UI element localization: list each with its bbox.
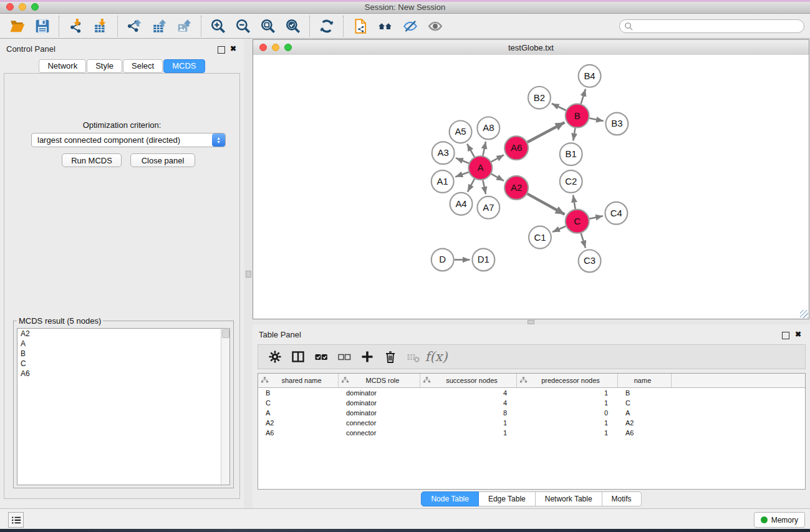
edge-A-A4[interactable] <box>468 179 475 192</box>
table-cell[interactable]: A2 <box>618 418 672 428</box>
tab-mcds[interactable]: MCDS <box>163 59 205 73</box>
hide-panel-eye-button[interactable] <box>398 16 423 37</box>
search-field[interactable] <box>619 19 804 33</box>
tab-motifs[interactable]: Motifs <box>602 491 642 506</box>
resize-grip-icon[interactable] <box>800 310 808 318</box>
memory-button[interactable]: Memory <box>754 512 805 528</box>
tab-network-table[interactable]: Network Table <box>536 491 602 506</box>
tab-node-table[interactable]: Node Table <box>421 491 479 506</box>
table-cell[interactable]: 0 <box>517 408 618 418</box>
column-header-predecessor-nodes[interactable]: predecessor nodes <box>517 374 618 387</box>
show-panel-eye-button[interactable] <box>423 16 448 37</box>
import-network-button[interactable] <box>64 16 89 37</box>
node-A1[interactable]: A1 <box>432 170 454 193</box>
node-B2[interactable]: B2 <box>528 87 551 109</box>
node-B3[interactable]: B3 <box>605 113 628 135</box>
node-C3[interactable]: C3 <box>579 250 601 273</box>
table-cell[interactable]: 1 <box>517 388 618 398</box>
split-view-button[interactable] <box>286 347 309 367</box>
select-all-button[interactable] <box>309 347 332 367</box>
edge-B-B4[interactable] <box>581 89 586 104</box>
add-column-button[interactable] <box>355 347 378 367</box>
float-panel-icon[interactable] <box>218 46 225 54</box>
edge-C-C4[interactable] <box>589 216 603 219</box>
result-item[interactable]: B <box>17 349 229 359</box>
node-D[interactable]: D <box>432 249 454 271</box>
refresh-layout-button[interactable] <box>314 16 339 37</box>
node-D1[interactable]: D1 <box>472 249 494 271</box>
column-header-successor-nodes[interactable]: successor nodes <box>420 374 517 387</box>
network-canvas[interactable]: A B C A2 A6 A1 A3 A4 A5 A7 A8 B1 B2 B3 B… <box>253 55 809 319</box>
network-window-titlebar[interactable]: testGlobe.txt <box>253 40 809 56</box>
close-panel-button[interactable]: Close panel <box>130 153 195 167</box>
export-network-button[interactable] <box>122 16 147 37</box>
edge-C-C3[interactable] <box>581 233 586 248</box>
node-A2[interactable]: A2 <box>504 176 528 200</box>
table-cell[interactable]: A6 <box>258 428 339 438</box>
open-session-button[interactable] <box>5 16 30 37</box>
zoom-fit-button[interactable] <box>256 16 281 37</box>
import-table-button[interactable] <box>89 16 113 37</box>
node-C2[interactable]: C2 <box>560 170 582 193</box>
node-A[interactable]: A <box>468 156 492 180</box>
table-cell[interactable]: 1 <box>517 398 618 408</box>
edge-A-A6[interactable] <box>491 155 504 162</box>
node-C1[interactable]: C1 <box>529 226 551 249</box>
criterion-dropdown[interactable]: largest connected component (directed) ▲… <box>31 133 226 147</box>
table-cell[interactable]: 1 <box>517 428 618 438</box>
tab-select[interactable]: Select <box>123 59 163 73</box>
table-cell[interactable]: 1 <box>517 418 618 428</box>
table-cell[interactable]: 8 <box>420 408 517 418</box>
table-cell[interactable]: A <box>258 408 339 418</box>
table-cell[interactable]: connector <box>339 418 420 428</box>
node-B[interactable]: B <box>566 104 589 128</box>
save-session-button[interactable] <box>30 16 55 37</box>
search-input[interactable] <box>634 20 804 32</box>
table-cell[interactable]: 1 <box>420 418 517 428</box>
node-A7[interactable]: A7 <box>477 196 499 219</box>
edge-B-B2[interactable] <box>552 104 566 110</box>
result-item[interactable]: C <box>17 359 229 369</box>
table-cell[interactable]: B <box>258 388 339 398</box>
edge-B-B1[interactable] <box>573 128 575 141</box>
result-scrollbar[interactable] <box>221 329 229 485</box>
zoom-out-button[interactable] <box>231 16 256 37</box>
node-B1[interactable]: B1 <box>560 143 582 165</box>
node-A8[interactable]: A8 <box>477 117 499 140</box>
result-item[interactable]: A6 <box>17 369 229 379</box>
edge-A-A1[interactable] <box>455 172 468 177</box>
table-row[interactable]: A2connector11A2 <box>258 418 805 428</box>
edge-C-C2[interactable] <box>573 195 575 209</box>
edge-A2-C[interactable] <box>528 194 565 215</box>
edge-C-C1[interactable] <box>552 226 566 232</box>
run-mcds-button[interactable]: Run MCDS <box>62 153 122 167</box>
zoom-in-button[interactable] <box>206 16 231 37</box>
table-row[interactable]: A6connector11A6 <box>258 428 805 438</box>
table-cell[interactable]: 4 <box>420 388 517 398</box>
settings-gear-button[interactable] <box>263 347 286 367</box>
delete-column-button[interactable] <box>378 347 402 367</box>
table-cell[interactable]: 4 <box>420 398 517 408</box>
edge-A-A3[interactable] <box>456 158 469 163</box>
table-cell[interactable]: B <box>618 388 672 398</box>
table-row[interactable]: Bdominator41B <box>258 388 805 398</box>
edge-A6-B[interactable] <box>528 122 565 142</box>
column-header-MCDS-role[interactable]: MCDS role <box>339 374 420 387</box>
node-C[interactable]: C <box>566 210 589 233</box>
table-cell[interactable]: C <box>258 398 339 408</box>
close-table-panel-icon[interactable]: ✖ <box>795 330 801 339</box>
edge-A-A5[interactable] <box>467 144 475 157</box>
edge-A-A8[interactable] <box>483 142 486 156</box>
edge-A-A7[interactable] <box>483 180 486 195</box>
column-header-name[interactable]: name <box>618 374 672 387</box>
table-cell[interactable]: C <box>618 398 672 408</box>
horizontal-split-divider[interactable] <box>253 319 810 324</box>
table-cell[interactable]: dominator <box>339 388 420 398</box>
home-button[interactable] <box>373 16 398 37</box>
tab-edge-table[interactable]: Edge Table <box>479 491 536 506</box>
zoom-selected-button[interactable] <box>281 16 306 37</box>
deselect-all-button[interactable] <box>332 347 355 367</box>
node-A6[interactable]: A6 <box>504 136 528 160</box>
table-cell[interactable]: A <box>618 408 672 418</box>
table-cell[interactable]: dominator <box>339 398 420 408</box>
